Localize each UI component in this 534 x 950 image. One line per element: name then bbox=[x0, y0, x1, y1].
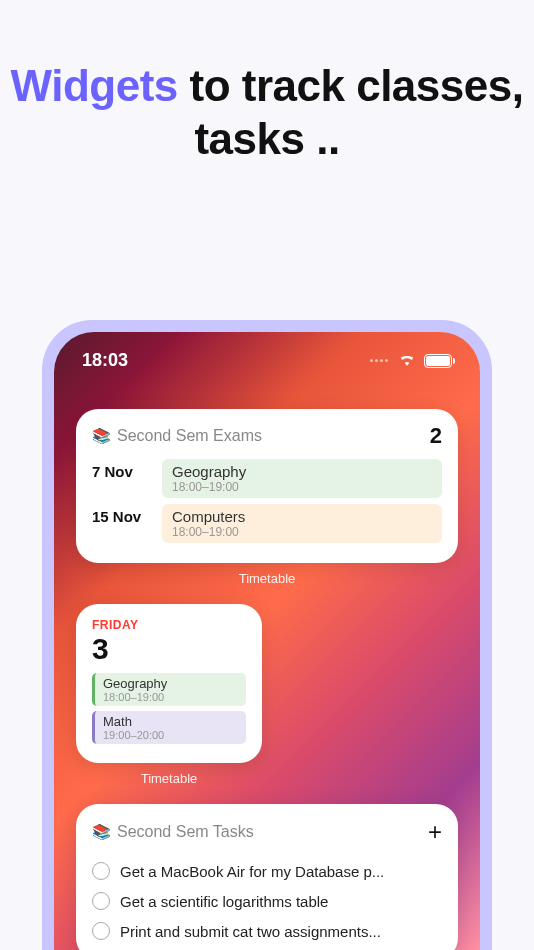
class-time: 18:00–19:00 bbox=[103, 691, 238, 703]
task-text: Get a scientific logarithms table bbox=[120, 893, 328, 910]
exams-widget[interactable]: 📚 Second Sem Exams 2 7 Nov Geography 18:… bbox=[76, 409, 458, 563]
exam-date: 7 Nov bbox=[92, 459, 150, 498]
class-subject: Geography bbox=[103, 676, 238, 691]
class-pill: Math 19:00–20:00 bbox=[92, 711, 246, 744]
exams-widget-header: 📚 Second Sem Exams 2 bbox=[92, 423, 442, 449]
phone-frame: 18:03 📚 Second Sem Exams 2 bbox=[42, 320, 492, 950]
tasks-title-text: Second Sem Tasks bbox=[117, 823, 254, 841]
widgets-area: 📚 Second Sem Exams 2 7 Nov Geography 18:… bbox=[54, 379, 480, 950]
day-widget[interactable]: FRIDAY 3 Geography 18:00–19:00 Math 19:0… bbox=[76, 604, 262, 763]
exam-row: 15 Nov Computers 18:00–19:00 bbox=[92, 504, 442, 543]
exam-time: 18:00–19:00 bbox=[172, 480, 432, 494]
tasks-widget-header: 📚 Second Sem Tasks + bbox=[92, 818, 442, 846]
status-bar: 18:03 bbox=[54, 332, 480, 379]
task-row[interactable]: Get a scientific logarithms table bbox=[92, 886, 442, 916]
status-time: 18:03 bbox=[82, 350, 128, 371]
class-subject: Math bbox=[103, 714, 238, 729]
task-row[interactable]: Print and submit cat two assignments... bbox=[92, 916, 442, 946]
class-pill: Geography 18:00–19:00 bbox=[92, 673, 246, 706]
tasks-widget-title: 📚 Second Sem Tasks bbox=[92, 823, 254, 841]
cellular-dots-icon bbox=[370, 359, 388, 362]
tasks-widget[interactable]: 📚 Second Sem Tasks + Get a MacBook Air f… bbox=[76, 804, 458, 950]
headline-rest: to track classes, tasks .. bbox=[178, 61, 524, 163]
headline-accent: Widgets bbox=[11, 61, 178, 110]
task-text: Print and submit cat two assignments... bbox=[120, 923, 381, 940]
books-icon: 📚 bbox=[92, 823, 111, 841]
day-number: 3 bbox=[92, 632, 246, 665]
day-weekday: FRIDAY bbox=[92, 618, 246, 632]
wifi-icon bbox=[398, 350, 416, 371]
task-checkbox[interactable] bbox=[92, 892, 110, 910]
exam-pill: Computers 18:00–19:00 bbox=[162, 504, 442, 543]
exam-subject: Computers bbox=[172, 508, 432, 525]
task-checkbox[interactable] bbox=[92, 922, 110, 940]
exams-widget-title: 📚 Second Sem Exams bbox=[92, 427, 262, 445]
task-checkbox[interactable] bbox=[92, 862, 110, 880]
battery-icon bbox=[424, 354, 452, 368]
status-icons bbox=[370, 350, 452, 371]
exams-title-text: Second Sem Exams bbox=[117, 427, 262, 445]
exam-subject: Geography bbox=[172, 463, 432, 480]
exam-date: 15 Nov bbox=[92, 504, 150, 543]
class-time: 19:00–20:00 bbox=[103, 729, 238, 741]
task-text: Get a MacBook Air for my Database p... bbox=[120, 863, 384, 880]
phone-screen: 18:03 📚 Second Sem Exams 2 bbox=[54, 332, 480, 950]
exams-count: 2 bbox=[430, 423, 442, 449]
exam-time: 18:00–19:00 bbox=[172, 525, 432, 539]
plus-icon[interactable]: + bbox=[428, 818, 442, 846]
books-icon: 📚 bbox=[92, 427, 111, 445]
headline: Widgets to track classes, tasks .. bbox=[0, 0, 534, 166]
task-row[interactable]: Get a MacBook Air for my Database p... bbox=[92, 856, 442, 886]
exam-pill: Geography 18:00–19:00 bbox=[162, 459, 442, 498]
exams-widget-caption: Timetable bbox=[76, 571, 458, 586]
exam-row: 7 Nov Geography 18:00–19:00 bbox=[92, 459, 442, 498]
day-widget-caption: Timetable bbox=[76, 771, 262, 786]
